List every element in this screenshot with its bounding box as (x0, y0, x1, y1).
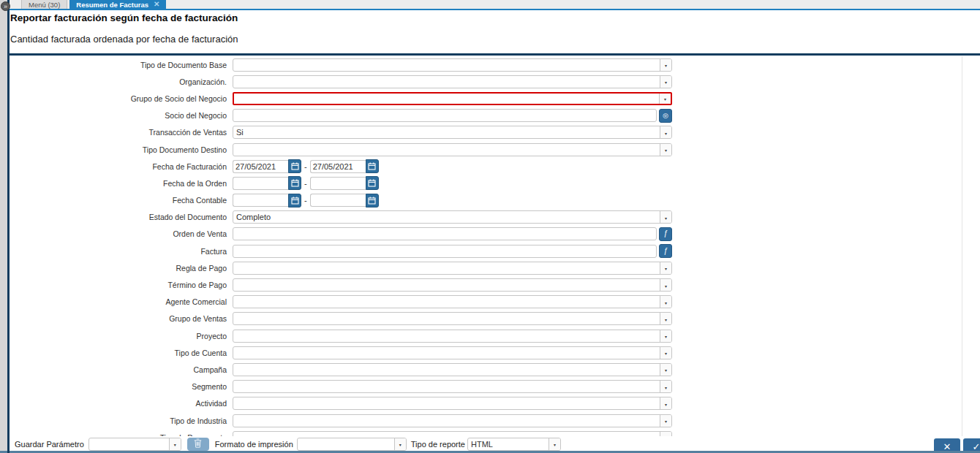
select-tipo-de-documento-base[interactable]: ▾ (233, 58, 672, 72)
tab-menu-label: Menú (30) (29, 1, 60, 9)
save-parameter-select[interactable]: ▾ (88, 438, 181, 451)
form-row: Tipo de Documento▾ (10, 429, 686, 436)
select-grupo-de-socio-del-negocio[interactable]: ▾ (233, 92, 672, 105)
close-icon[interactable]: ✕ (154, 1, 159, 8)
select-proyecto[interactable]: ▾ (233, 330, 672, 343)
calendar-icon (291, 197, 299, 205)
select-value[interactable] (233, 347, 660, 359)
text-input-factura[interactable] (233, 245, 657, 258)
field-label-orden-de-venta: Orden de Venta (10, 229, 233, 238)
select-value[interactable] (234, 94, 659, 104)
select-value[interactable] (233, 76, 660, 88)
select-value[interactable] (233, 364, 660, 376)
chevron-down-icon[interactable]: ▾ (549, 438, 560, 450)
select-transaccion-de-ventas[interactable]: Si▾ (233, 126, 672, 139)
select-actividad[interactable]: ▾ (233, 397, 672, 410)
chevron-down-icon[interactable]: ▾ (660, 296, 671, 308)
select-value[interactable] (233, 279, 660, 291)
field-label-fecha-contable: Fecha Contable (10, 196, 233, 205)
bottom-bar: Guardar Parámetro ▾ Formato de impresión… (10, 436, 980, 452)
select-value[interactable] (233, 397, 660, 409)
chevron-down-icon[interactable]: ▾ (660, 76, 671, 88)
chevron-down-icon[interactable]: ▾ (659, 94, 671, 104)
calendar-button[interactable] (288, 194, 301, 208)
chevron-down-icon[interactable]: ▾ (660, 144, 671, 156)
select-grupo-de-ventas[interactable]: ▾ (233, 312, 672, 325)
lookup-button-socio-del-negocio[interactable]: ◎ (659, 109, 672, 123)
save-parameter-value[interactable] (89, 438, 169, 450)
chevron-down-icon[interactable]: ▾ (660, 279, 671, 291)
lookup-button-factura[interactable]: ƒ (659, 244, 672, 258)
field-label-fecha-de-la-orden: Fecha de la Orden (10, 179, 233, 188)
date-to-input-fecha-de-facturacion[interactable]: 27/05/2021 (310, 160, 366, 173)
report-type-select[interactable]: HTML ▾ (467, 438, 561, 451)
delete-parameter-button[interactable] (187, 438, 209, 451)
chevron-down-glyph: ▾ (665, 334, 667, 339)
tab-menu[interactable]: Menú (30) (21, 0, 67, 9)
select-tipo-documento-destino[interactable]: ▾ (233, 143, 672, 156)
select-value[interactable]: Si (233, 126, 660, 138)
date-to-input-fecha-contable[interactable] (310, 194, 366, 207)
chevron-down-icon[interactable]: ▾ (660, 59, 671, 71)
print-format-value[interactable] (298, 438, 394, 450)
form-row: Transacción de VentasSi▾ (10, 124, 686, 141)
text-input-orden-de-venta[interactable] (233, 227, 657, 240)
select-value[interactable] (233, 330, 660, 342)
select-value[interactable] (233, 415, 660, 427)
chevron-down-icon[interactable]: ▾ (660, 347, 671, 359)
chevron-down-icon[interactable]: ▾ (660, 415, 671, 427)
select-agente-comercial[interactable]: ▾ (233, 295, 672, 308)
date-from-input-fecha-contable[interactable] (233, 194, 288, 207)
select-segmento[interactable]: ▾ (233, 380, 672, 393)
lookup-button-orden-de-venta[interactable]: ƒ (659, 227, 672, 241)
chevron-down-icon[interactable]: ▾ (660, 364, 671, 376)
calendar-button[interactable] (288, 159, 301, 173)
field-control: ▾ (233, 431, 672, 436)
chevron-down-icon[interactable]: ▾ (660, 126, 671, 138)
chevron-down-icon[interactable]: ▾ (660, 397, 671, 409)
date-from-input-fecha-de-facturacion[interactable]: 27/05/2021 (233, 160, 288, 173)
calendar-button[interactable] (366, 176, 379, 190)
chevron-down-icon[interactable]: ▾ (660, 330, 671, 342)
calendar-button[interactable] (288, 176, 301, 190)
form-row: Campaña▾ (10, 361, 686, 378)
select-value[interactable] (233, 262, 660, 274)
select-termino-de-pago[interactable]: ▾ (233, 278, 672, 292)
chevron-down-icon[interactable]: ▾ (660, 313, 671, 324)
chevron-down-icon[interactable]: ▾ (660, 211, 671, 223)
chevron-down-icon[interactable]: ▾ (169, 438, 181, 450)
field-label-transaccion-de-ventas: Transacción de Ventas (10, 128, 233, 137)
field-control: ▾ (233, 295, 672, 308)
select-value[interactable] (233, 144, 660, 156)
chevron-down-icon[interactable]: ▾ (660, 262, 671, 274)
select-estado-del-documento[interactable]: Completo▾ (233, 210, 672, 224)
select-tipo-de-cuenta[interactable]: ▾ (233, 346, 672, 359)
select-value[interactable] (233, 59, 660, 71)
select-value[interactable] (233, 313, 660, 324)
select-campana[interactable]: ▾ (233, 363, 672, 376)
select-value[interactable] (233, 381, 660, 392)
print-format-select[interactable]: ▾ (297, 438, 407, 451)
date-from-input-fecha-de-la-orden[interactable] (233, 177, 288, 190)
text-input-socio-del-negocio[interactable] (233, 109, 657, 122)
select-regla-de-pago[interactable]: ▾ (233, 262, 672, 275)
report-type-value[interactable]: HTML (468, 438, 549, 450)
field-label-organizacion: Organización. (10, 77, 233, 86)
select-value[interactable]: Completo (233, 211, 660, 223)
field-control: ▾ (233, 278, 672, 292)
sidebar-expand-button[interactable]: » (1, 1, 10, 11)
calendar-button[interactable] (366, 159, 379, 173)
chevron-down-glyph: ▾ (665, 419, 667, 424)
chevron-down-icon[interactable]: ▾ (394, 438, 406, 450)
select-value[interactable] (233, 296, 660, 308)
chevron-down-icon[interactable]: ▾ (660, 381, 671, 392)
select-organizacion[interactable]: ▾ (233, 75, 672, 88)
field-control: ▾ (233, 397, 672, 410)
scrollbar-track-edge (962, 56, 962, 436)
select-tipo-de-industria[interactable]: ▾ (233, 414, 672, 427)
select-tipo-de-documento[interactable]: ▾ (233, 431, 672, 436)
calendar-button[interactable] (366, 194, 379, 208)
field-control: 27/05/2021-27/05/2021 (233, 160, 672, 173)
date-to-input-fecha-de-la-orden[interactable] (310, 177, 366, 190)
tab-resumen-de-facturas[interactable]: Resumen de Facturas ✕ (69, 0, 166, 9)
